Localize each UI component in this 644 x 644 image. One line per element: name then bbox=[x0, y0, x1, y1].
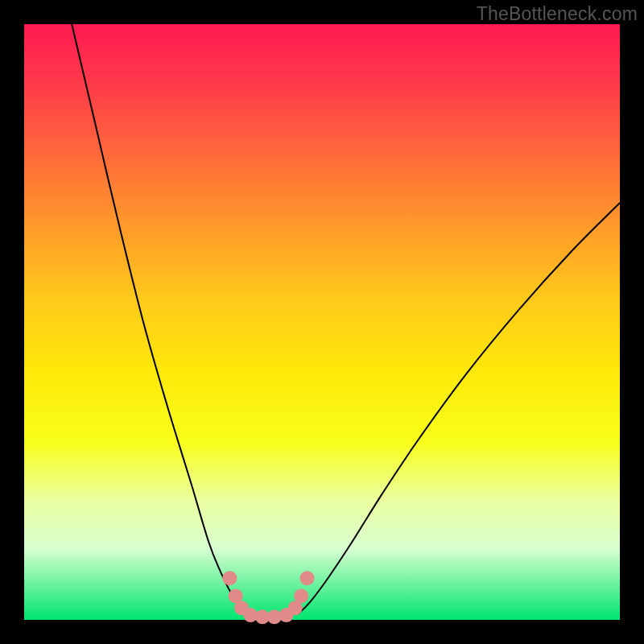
valley-marker bbox=[222, 571, 237, 585]
watermark-label: TheBottleneck.com bbox=[477, 3, 638, 25]
left-curve bbox=[72, 24, 245, 614]
chart-frame: TheBottleneck.com bbox=[0, 0, 644, 644]
plot-area bbox=[24, 24, 620, 620]
chart-svg bbox=[24, 24, 620, 620]
valley-marker bbox=[294, 588, 308, 603]
valley-marker bbox=[300, 571, 315, 585]
right-curve bbox=[298, 203, 620, 614]
